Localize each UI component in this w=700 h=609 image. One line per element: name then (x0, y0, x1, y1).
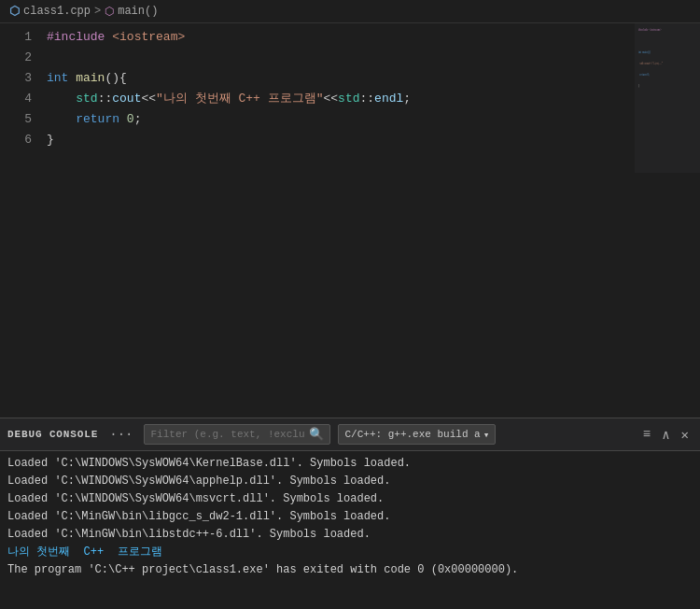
debug-panel: DEBUG CONSOLE ··· 🔍 C/C++: g++.exe build… (0, 418, 700, 609)
filter-input[interactable] (150, 429, 305, 440)
log-line: 나의 첫번째 C++ 프로그램 (7, 544, 693, 561)
line-content: #include <iostream> (47, 27, 700, 48)
log-line: The program 'C:\C++ project\class1.exe' … (7, 561, 693, 579)
line-number: 3 (0, 68, 47, 89)
chevron-down-icon: ▾ (483, 429, 490, 441)
line-number: 6 (0, 130, 47, 150)
line-content: std::cout<<"나의 첫번째 C++ 프로그램"<<std::endl; (47, 89, 700, 109)
log-line: Loaded 'C:\MinGW\bin\libstdc++-6.dll'. S… (7, 526, 693, 544)
breadcrumb: ⬡ class1.cpp > ⬡ main() (0, 0, 700, 23)
line-content: } (47, 130, 700, 150)
debug-output[interactable]: Loaded 'C:\WINDOWS\SysWOW64\KernelBase.d… (0, 451, 700, 609)
code-line: 1#include <iostream> (0, 27, 700, 48)
log-line: Loaded 'C:\MinGW\bin\libgcc_s_dw2-1.dll'… (7, 508, 693, 526)
log-line: Loaded 'C:\WINDOWS\SysWOW64\apphelp.dll'… (7, 473, 693, 490)
minimap (635, 23, 700, 173)
line-content: return 0; (47, 109, 700, 130)
code-line: 6} (0, 130, 700, 150)
search-icon: 🔍 (309, 427, 324, 442)
code-line: 5 return 0; (0, 109, 700, 130)
wrap-lines-icon[interactable]: ≡ (639, 425, 654, 444)
header-icons: ≡ ∧ ✕ (639, 425, 693, 445)
log-line: Loaded 'C:\WINDOWS\SysWOW64\msvcrt.dll'.… (7, 490, 693, 508)
filter-input-wrap[interactable]: 🔍 (144, 424, 330, 445)
code-line: 3int main(){ (0, 68, 700, 89)
line-number: 1 (0, 27, 47, 48)
log-line: Loaded 'C:\WINDOWS\SysWOW64\KernelBase.d… (7, 455, 693, 473)
breadcrumb-func: main() (118, 5, 158, 18)
debug-header: DEBUG CONSOLE ··· 🔍 C/C++: g++.exe build… (0, 418, 700, 451)
code-editor[interactable]: 1#include <iostream>23int main(){4 std::… (0, 23, 700, 418)
line-number: 4 (0, 89, 47, 109)
line-number: 5 (0, 109, 47, 130)
line-content: int main(){ (47, 68, 700, 89)
function-icon: ⬡ (105, 5, 114, 19)
code-lines: 1#include <iostream>23int main(){4 std::… (0, 23, 700, 154)
debug-more-button[interactable]: ··· (105, 425, 136, 444)
line-number: 2 (0, 48, 47, 68)
breadcrumb-separator: > (94, 5, 101, 18)
scroll-up-icon[interactable]: ∧ (658, 425, 673, 445)
breadcrumb-file[interactable]: class1.cpp (23, 5, 91, 18)
code-line: 2 (0, 48, 700, 68)
close-panel-icon[interactable]: ✕ (678, 425, 693, 445)
code-line: 4 std::cout<<"나의 첫번째 C++ 프로그램"<<std::end… (0, 89, 700, 109)
debug-source-dropdown[interactable]: C/C++: g++.exe build a ▾ (338, 424, 496, 445)
dropdown-label: C/C++: g++.exe build a (344, 429, 480, 440)
debug-console-title: DEBUG CONSOLE (7, 429, 98, 440)
cpp-file-icon: ⬡ (9, 4, 20, 19)
